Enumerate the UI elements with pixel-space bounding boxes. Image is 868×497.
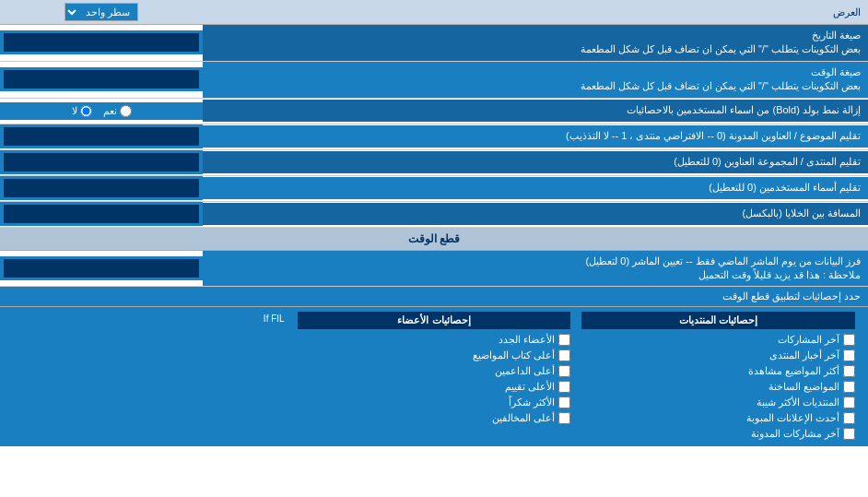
checkbox-hot-topics-label: المواضيع الساخنة [768,381,839,393]
checkbox-top-visitors[interactable] [558,412,570,424]
header-row: العرض سطر واحد سطرين ثلاثة أسطر [0,0,868,25]
checkbox-forum-news[interactable] [843,349,855,361]
users-names-input-cell: 0 [0,176,203,200]
forum-group-label: تقليم المنتدى / المجموعة العناوين (0 للت… [203,151,868,172]
checkbox-new-members-label: الأعضاء الجدد [499,334,555,346]
date-format-row: صيغة التاريخ بعض التكوينات يتطلب "/" الت… [0,25,868,62]
header-label-right: العرض [203,4,868,21]
cutoff-section-header: قطع الوقت [0,228,868,251]
remove-bold-radio-cell: نعم لا [0,102,203,120]
date-format-input[interactable]: d-m [4,33,199,52]
time-format-input-cell: H:i [0,67,203,91]
members-col-header: إحصائيات الأعضاء [298,312,571,329]
lines-select[interactable]: سطر واحد سطرين ثلاثة أسطر [65,3,138,21]
checkbox-item-top-visitors: أعلى المخالفين [298,410,571,426]
checkbox-top-donors[interactable] [558,365,570,377]
checkbox-item-new-members: الأعضاء الجدد [298,332,571,348]
cell-spacing-input-cell: 2 [0,202,203,226]
remove-bold-label: إزالة نمط بولد (Bold) من اسماء المستخدمي… [203,100,868,121]
checkbox-item-hot-topics: المواضيع الساخنة [581,379,855,395]
checkbox-forum-news-label: آخر أخبار المنتدى [769,349,839,361]
remove-bold-row: إزالة نمط بولد (Bold) من اسماء المستخدمي… [0,99,868,124]
users-names-row: تقليم أسماء المستخدمين (0 للتعطيل) 0 [0,176,868,202]
checkbox-item-recent-ads: أحدث الإعلانات المبوبة [581,410,855,426]
radio-yes-label[interactable]: نعم [103,105,132,117]
time-format-input[interactable]: H:i [4,70,199,89]
forum-group-input-cell: 33 [0,150,203,174]
checkbox-last-blog-shares[interactable] [843,428,855,440]
date-format-input-cell: d-m [0,30,203,54]
checkbox-most-viewed[interactable] [843,365,855,377]
cutoff-input-cell: 0 [0,256,203,280]
checkbox-item-popular-forums: المنتديات الأكثر شيبة [581,395,855,410]
users-names-label: تقليم أسماء المستخدمين (0 للتعطيل) [203,177,868,198]
forum-group-input[interactable]: 33 [4,153,199,172]
checkbox-col-members: إحصائيات الأعضاء الأعضاء الجدد أعلى كتاب… [292,312,577,442]
checkbox-top-raters-label: الأعلى تقييم [505,381,555,393]
checkbox-top-posters[interactable] [558,349,570,361]
forums-col-header: إحصائيات المنتديات [581,312,855,329]
checkbox-columns: إحصائيات المنتديات آخر المشاركات آخر أخب… [7,312,861,442]
checkbox-most-thanks[interactable] [558,396,570,408]
checkbox-item-top-donors: أعلى الداعمين [298,363,571,379]
time-format-row: صيغة الوقت بعض التكوينات يتطلب "/" التي … [0,62,868,99]
checkbox-col-forums: إحصائيات المنتديات آخر المشاركات آخر أخب… [576,312,861,442]
checkbox-last-blog-shares-label: آخر مشاركات المدونة [751,428,839,440]
cutoff-input[interactable]: 0 [4,259,199,278]
apply-label: حدد إحصائيات لتطبيق قطع الوقت [722,290,861,302]
radio-no-input[interactable] [80,105,92,117]
topics-titles-input-cell: 33 [0,124,203,148]
checkbox-item-top-raters: الأعلى تقييم [298,379,571,395]
checkboxes-section: إحصائيات المنتديات آخر المشاركات آخر أخب… [0,307,868,446]
checkbox-item-top-posters: أعلى كتاب المواضيع [298,348,571,363]
users-names-input[interactable]: 0 [4,179,199,197]
date-format-label: صيغة التاريخ بعض التكوينات يتطلب "/" الت… [203,25,868,61]
apply-row: حدد إحصائيات لتطبيق قطع الوقت [0,287,868,307]
checkbox-item-forum-news: آخر أخبار المنتدى [581,348,855,363]
checkbox-hot-topics[interactable] [843,381,855,393]
checkbox-most-viewed-label: أكثر المواضيع مشاهدة [748,365,839,377]
checkbox-recent-ads-label: أحدث الإعلانات المبوبة [746,412,839,424]
checkbox-recent-ads[interactable] [843,412,855,424]
checkbox-item-most-viewed: أكثر المواضيع مشاهدة [581,363,855,379]
checkbox-popular-forums[interactable] [843,396,855,408]
topics-titles-row: تقليم الموضوع / العناوين المدونة (0 -- ا… [0,124,868,150]
checkbox-last-posts-label: آخر المشاركات [778,334,839,346]
header-label-left: سطر واحد سطرين ثلاثة أسطر [0,0,203,24]
cutoff-row: فرز البيانات من يوم الماشر الماضي فقط --… [0,251,868,288]
checkbox-popular-forums-label: المنتديات الأكثر شيبة [757,396,839,408]
checkbox-item-most-thanks: الأكثر شكراً [298,395,571,410]
radio-no-label[interactable]: لا [72,105,92,117]
checkbox-most-thanks-label: الأكثر شكراً [509,396,555,408]
cell-spacing-input[interactable]: 2 [4,205,199,223]
checkbox-item-last-blog-shares: آخر مشاركات المدونة [581,426,855,442]
radio-yes-input[interactable] [120,105,132,117]
forum-group-row: تقليم المنتدى / المجموعة العناوين (0 للت… [0,150,868,176]
topics-titles-input[interactable]: 33 [4,127,199,146]
checkbox-item-last-posts: آخر المشاركات [581,332,855,348]
topics-titles-label: تقليم الموضوع / العناوين المدونة (0 -- ا… [203,125,868,147]
checkbox-top-posters-label: أعلى كتاب المواضيع [473,349,555,361]
time-format-label: صيغة الوقت بعض التكوينات يتطلب "/" التي … [203,62,868,98]
checkbox-last-posts[interactable] [843,334,855,346]
cutoff-label: فرز البيانات من يوم الماشر الماضي فقط --… [203,251,868,287]
cell-spacing-row: المسافة بين الخلايا (بالبكسل) 2 [0,202,868,228]
checkbox-col-empty: If FIL [7,312,292,442]
checkbox-new-members[interactable] [558,334,570,346]
checkbox-top-raters[interactable] [558,381,570,393]
if-fil-text: If FIL [13,312,287,325]
cell-spacing-label: المسافة بين الخلايا (بالبكسل) [203,203,868,224]
checkbox-top-donors-label: أعلى الداعمين [495,365,555,377]
checkbox-top-visitors-label: أعلى المخالفين [492,412,555,424]
